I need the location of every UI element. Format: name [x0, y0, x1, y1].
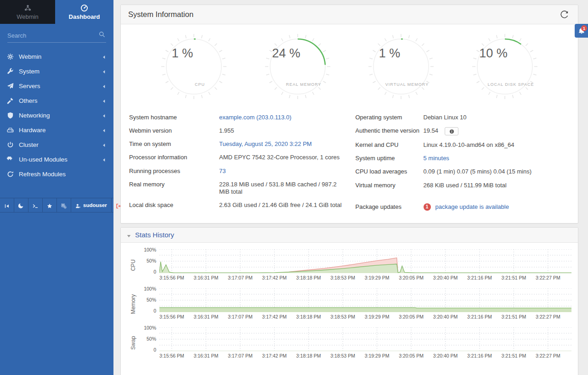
- favorites-button[interactable]: [43, 198, 57, 212]
- chart-xticks: 3:15:56 PM3:16:31 PM3:17:07 PM3:17:42 PM…: [159, 312, 571, 320]
- package-updates-badge: 1: [424, 203, 431, 211]
- terminal-button[interactable]: [28, 198, 43, 212]
- info-value: Debian Linux 10: [424, 114, 467, 121]
- gauge-real-memory: 24 % REAL MEMORY: [261, 30, 334, 103]
- sidebar-nav: Webmin System Servers Others Networking …: [0, 49, 113, 181]
- x-tick-label: 3:20:05 PM: [399, 353, 424, 358]
- tab-webmin[interactable]: Webmin: [0, 0, 55, 24]
- notification-badge: 1: [581, 25, 587, 31]
- x-tick-label: 3:21:16 PM: [467, 275, 492, 280]
- info-value: example.com (203.0.113.0): [219, 114, 291, 121]
- info-row-operating-system: Operating systemDebian Linux 10: [356, 111, 570, 124]
- sidebar-item-webmin[interactable]: Webmin: [0, 49, 113, 64]
- sidebar-search: [0, 24, 113, 43]
- chart-plot-area: [159, 327, 571, 351]
- x-tick-label: 3:18:53 PM: [330, 275, 355, 280]
- info-value: 1package update is available: [424, 203, 509, 211]
- x-tick-label: 3:22:27 PM: [536, 353, 560, 358]
- tab-dashboard[interactable]: Dashboard: [55, 0, 113, 24]
- info-value-text: AMD EPYC 7542 32-Core Processor, 1 cores: [219, 154, 339, 161]
- x-tick-label: 3:21:51 PM: [502, 353, 526, 358]
- x-tick-label: 3:21:51 PM: [502, 314, 526, 319]
- info-label: System hostname: [129, 114, 219, 121]
- sidebar-item-un-used-modules[interactable]: Un-used Modules: [0, 152, 113, 167]
- x-tick-label: 3:16:31 PM: [194, 353, 219, 358]
- chart-plot-area: [159, 249, 571, 273]
- info-value-link[interactable]: package update is available: [435, 203, 509, 211]
- sidebar-item-cluster[interactable]: Cluster: [0, 137, 113, 152]
- x-tick-label: 3:17:42 PM: [262, 275, 287, 280]
- settings-button[interactable]: [57, 198, 71, 212]
- info-value-link[interactable]: 73: [219, 168, 226, 175]
- svg-text:REAL MEMORY: REAL MEMORY: [286, 82, 321, 87]
- info-column-left: System hostnameexample.com (203.0.113.0)…: [129, 111, 344, 214]
- notifications-tab[interactable]: 1: [575, 24, 588, 38]
- collapse-sidebar-button[interactable]: [0, 198, 14, 212]
- caret-left-icon: [102, 157, 107, 162]
- caret-left-icon: [102, 98, 107, 103]
- tab-webmin-label: Webmin: [17, 13, 38, 20]
- sidebar-item-label: System: [19, 68, 40, 75]
- sidebar-item-refresh-modules[interactable]: Refresh Modules: [0, 167, 113, 181]
- svg-text:10 %: 10 %: [479, 46, 508, 60]
- user-button[interactable]: sudouser: [71, 198, 112, 212]
- chart-ylabel: CPU: [127, 249, 139, 281]
- info-value-text: Debian Linux 10: [424, 114, 467, 121]
- sidebar-item-label: Webmin: [19, 53, 41, 60]
- gauges-row: 1 % CPU 24 % REAL MEMORY 1 % VIRTUAL MEM…: [121, 24, 578, 103]
- x-tick-label: 3:17:42 PM: [262, 314, 287, 319]
- chart-ylabel: Swap: [127, 327, 139, 359]
- info-value-link[interactable]: 5 minutes: [424, 155, 449, 162]
- info-label: CPU load averages: [356, 168, 424, 175]
- collapse-icon: [4, 202, 10, 208]
- info-value-link[interactable]: Tuesday, August 25, 2020 3:22 PM: [219, 140, 312, 148]
- info-label: Kernel and CPU: [356, 141, 424, 149]
- theme-info-button[interactable]: [445, 127, 458, 135]
- stats-history-header[interactable]: Stats History: [121, 228, 578, 243]
- sidebar-item-label: Un-used Modules: [19, 156, 68, 163]
- username-label: sudouser: [83, 202, 107, 208]
- info-label: Authentic theme version: [356, 127, 424, 135]
- search-input[interactable]: [7, 30, 106, 43]
- search-icon: [99, 31, 105, 38]
- shield-icon: [7, 112, 14, 119]
- puzzle-icon: [7, 156, 14, 163]
- info-label: Real memory: [129, 181, 219, 196]
- info-row-processor-information: Processor informationAMD EPYC 7542 32-Co…: [129, 151, 344, 164]
- stats-history-card: Stats History CPU 100%50%0 3:15:56 PM3:1…: [120, 227, 578, 375]
- sidebar-item-system[interactable]: System: [0, 64, 113, 78]
- info-label: Running processes: [129, 168, 219, 175]
- rocket-icon: [7, 83, 14, 90]
- caret-left-icon: [102, 113, 107, 118]
- terminal-icon: [33, 202, 38, 208]
- info-value-link[interactable]: example.com (203.0.113.0): [219, 114, 291, 121]
- sidebar-item-label: Hardware: [19, 127, 46, 134]
- chart-ylabel: Memory: [127, 288, 139, 320]
- info-row-system-hostname: System hostnameexample.com (203.0.113.0): [129, 111, 344, 124]
- refresh-button[interactable]: [560, 10, 571, 20]
- gauge-local-disk-space: 10 % LOCAL DISK SPACE: [468, 30, 542, 103]
- tools-icon: [7, 97, 14, 104]
- sidebar-toolbar: sudouser: [0, 198, 113, 213]
- sidebar-item-label: Servers: [19, 83, 40, 90]
- gauge-virtual-memory: 1 % VIRTUAL MEMORY: [364, 30, 438, 103]
- x-tick-label: 3:17:07 PM: [228, 353, 253, 358]
- x-tick-label: 3:18:18 PM: [296, 314, 321, 319]
- system-info-table: System hostnameexample.com (203.0.113.0)…: [121, 103, 578, 223]
- night-mode-button[interactable]: [14, 198, 28, 212]
- chart-memory: Memory 100%50%0 3:15:56 PM3:16:31 PM3:17…: [127, 288, 571, 320]
- refresh-icon: [560, 11, 568, 18]
- info-row-package-updates: Package updates1package update is availa…: [356, 200, 570, 213]
- gauge-cpu: 1 % CPU: [157, 30, 231, 103]
- user-icon: [75, 202, 81, 208]
- sidebar-item-hardware[interactable]: Hardware: [0, 123, 113, 137]
- sidebar-item-networking[interactable]: Networking: [0, 108, 113, 123]
- svg-text:VIRTUAL MEMORY: VIRTUAL MEMORY: [385, 82, 429, 87]
- sidebar-item-servers[interactable]: Servers: [0, 78, 113, 93]
- info-value-text: 0.09 (1 min) 0.07 (5 mins) 0.04 (15 mins…: [424, 168, 532, 175]
- info-label: Virtual memory: [356, 182, 424, 189]
- x-tick-label: 3:15:56 PM: [159, 353, 184, 358]
- chart-cpu: CPU 100%50%0 3:15:56 PM3:16:31 PM3:17:07…: [127, 249, 571, 281]
- x-tick-label: 3:19:29 PM: [365, 314, 390, 319]
- sidebar-item-others[interactable]: Others: [0, 93, 113, 108]
